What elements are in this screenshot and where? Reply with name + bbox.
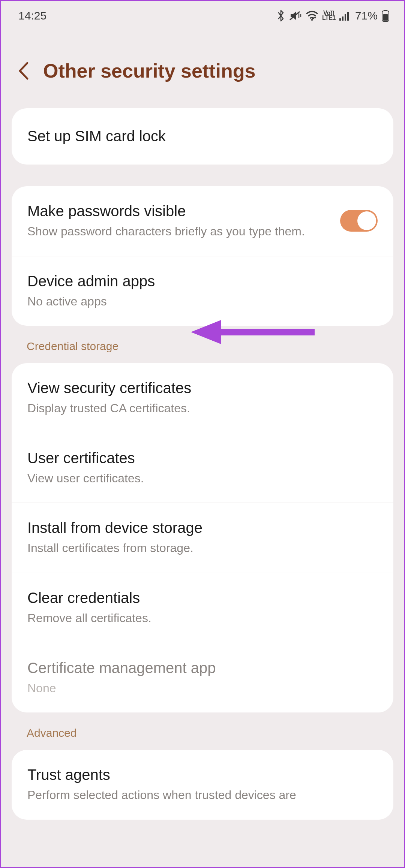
svg-rect-6 <box>345 14 346 21</box>
item-title: Certificate management app <box>27 659 378 677</box>
item-clear-credentials[interactable]: Clear credentials Remove all certificate… <box>12 573 393 643</box>
item-subtitle: None <box>27 681 378 696</box>
section-header-credential-storage: Credential storage <box>1 326 404 363</box>
item-title: Set up SIM card lock <box>27 127 378 145</box>
battery-icon <box>381 10 390 22</box>
status-bar: 14:25 Vo))LTE1 <box>1 1 404 26</box>
item-device-admin-apps[interactable]: Device admin apps No active apps <box>12 256 393 326</box>
back-button[interactable] <box>18 61 30 80</box>
item-subtitle: View user certificates. <box>27 471 378 486</box>
item-subtitle: Display trusted CA certificates. <box>27 401 378 416</box>
svg-rect-7 <box>347 12 349 21</box>
status-icons: Vo))LTE1 71% <box>276 9 390 22</box>
item-title: View security certificates <box>27 379 378 397</box>
bluetooth-icon <box>276 10 285 22</box>
volte-icon: Vo))LTE1 <box>322 11 336 21</box>
svg-rect-4 <box>339 18 341 21</box>
settings-card: Set up SIM card lock <box>12 108 393 165</box>
item-subtitle: Remove all certificates. <box>27 611 378 626</box>
toggle-passwords-visible[interactable] <box>340 210 378 232</box>
item-trust-agents[interactable]: Trust agents Perform selected actions wh… <box>12 750 393 820</box>
item-make-passwords-visible[interactable]: Make passwords visible Show password cha… <box>12 186 393 256</box>
status-time: 14:25 <box>18 9 46 22</box>
section-header-advanced: Advanced <box>1 712 404 750</box>
item-subtitle: Install certificates from storage. <box>27 540 378 556</box>
page-header: Other security settings <box>1 26 404 108</box>
item-title: Install from device storage <box>27 519 378 537</box>
settings-card: Make passwords visible Show password cha… <box>12 186 393 326</box>
item-user-certificates[interactable]: User certificates View user certificates… <box>12 433 393 503</box>
wifi-icon <box>306 10 318 21</box>
item-view-security-certificates[interactable]: View security certificates Display trust… <box>12 363 393 433</box>
item-install-from-device-storage[interactable]: Install from device storage Install cert… <box>12 503 393 573</box>
item-certificate-management-app: Certificate management app None <box>12 643 393 713</box>
item-subtitle: Show password characters briefly as you … <box>27 224 333 239</box>
item-title: Device admin apps <box>27 272 378 290</box>
svg-point-3 <box>311 19 313 21</box>
item-subtitle: Perform selected actions when trusted de… <box>27 787 378 803</box>
item-title: User certificates <box>27 449 378 467</box>
settings-card: Trust agents Perform selected actions wh… <box>12 750 393 820</box>
item-title: Trust agents <box>27 766 378 784</box>
item-title: Make passwords visible <box>27 202 333 220</box>
svg-rect-5 <box>342 16 344 21</box>
item-title: Clear credentials <box>27 589 378 607</box>
item-subtitle: No active apps <box>27 294 378 310</box>
item-sim-card-lock[interactable]: Set up SIM card lock <box>12 108 393 165</box>
mute-vibrate-icon <box>289 10 302 21</box>
settings-card: View security certificates Display trust… <box>12 363 393 712</box>
page-title: Other security settings <box>43 60 255 82</box>
battery-percent: 71% <box>355 9 378 22</box>
svg-rect-10 <box>383 14 388 21</box>
signal-icon <box>339 11 351 21</box>
